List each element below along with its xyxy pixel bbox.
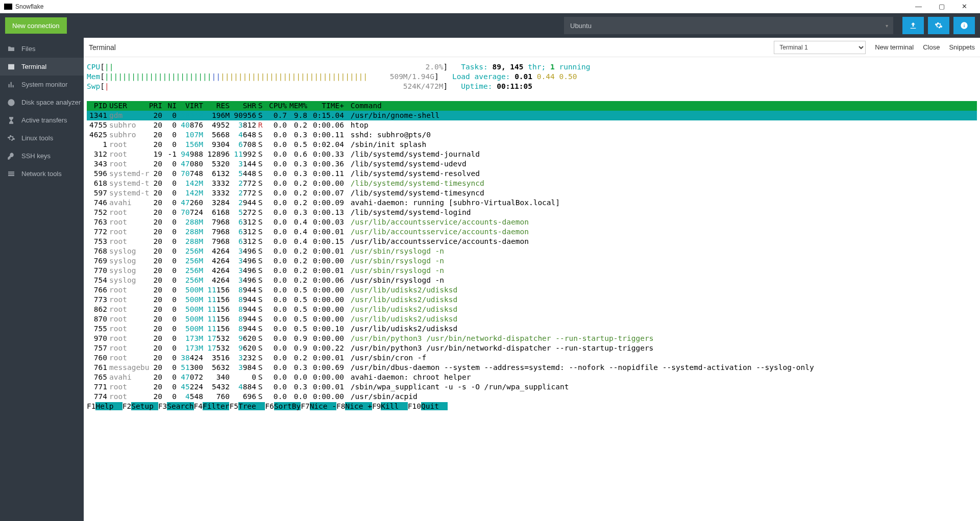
- sidebar-item-linux-tools[interactable]: Linux tools: [0, 129, 84, 147]
- sidebar-item-disk-space-analyzer[interactable]: Disk space analyzer: [0, 93, 84, 111]
- stack-icon: [7, 170, 15, 178]
- sidebar-item-network-tools[interactable]: Network tools: [0, 165, 84, 183]
- sidebar-item-label: Active transfers: [21, 116, 67, 124]
- sidebar-item-active-transfers[interactable]: Active transfers: [0, 111, 84, 129]
- sidebar-item-label: System monitor: [21, 81, 67, 88]
- pie-icon: [7, 98, 15, 107]
- settings-button[interactable]: [928, 17, 949, 34]
- key-icon: [7, 152, 15, 160]
- chart-icon: [7, 81, 15, 89]
- page-title: Terminal: [89, 43, 116, 52]
- content-pane: Terminal Terminal 1 New terminal Close S…: [84, 38, 980, 521]
- top-toolbar: New connection Ubuntu ▾: [0, 13, 980, 38]
- folder-icon: [7, 45, 15, 53]
- sidebar-item-label: Network tools: [21, 170, 62, 178]
- new-connection-button[interactable]: New connection: [5, 17, 67, 34]
- upload-button[interactable]: [902, 17, 924, 34]
- sidebar-item-label: Linux tools: [21, 134, 53, 142]
- terminal-output[interactable]: CPU[|| 2.0%] Tasks: 89, 145 thr; 1 runni…: [84, 57, 980, 521]
- title-bar: Snowflake — ▢ ✕: [0, 0, 980, 13]
- sidebar-item-terminal[interactable]: Terminal: [0, 58, 84, 76]
- sidebar-item-files[interactable]: Files: [0, 40, 84, 58]
- terminal-selector[interactable]: Terminal 1: [774, 41, 866, 54]
- server-dropdown[interactable]: Ubuntu ▾: [564, 17, 893, 34]
- chevron-down-icon: ▾: [886, 23, 888, 29]
- close-button[interactable]: ✕: [953, 0, 976, 13]
- window-title: Snowflake: [15, 3, 43, 10]
- content-header: Terminal Terminal 1 New terminal Close S…: [84, 38, 980, 57]
- sidebar-item-label: Files: [21, 45, 35, 53]
- server-dropdown-label: Ubuntu: [570, 22, 592, 30]
- terminal-icon: [7, 63, 15, 71]
- close-terminal-link[interactable]: Close: [923, 43, 940, 51]
- info-button[interactable]: [953, 17, 975, 34]
- app-icon: [4, 4, 12, 10]
- sidebar-item-system-monitor[interactable]: System monitor: [0, 76, 84, 93]
- gear-icon: [7, 134, 15, 142]
- sidebar-item-label: Terminal: [21, 63, 46, 70]
- sidebar: FilesTerminalSystem monitorDisk space an…: [0, 38, 84, 521]
- sidebar-item-ssh-keys[interactable]: SSH keys: [0, 147, 84, 165]
- minimize-button[interactable]: —: [907, 0, 930, 13]
- new-terminal-link[interactable]: New terminal: [875, 43, 914, 51]
- snippets-link[interactable]: Snippets: [949, 43, 975, 51]
- sidebar-item-label: Disk space analyzer: [21, 98, 81, 106]
- hourglass-icon: [7, 116, 15, 125]
- sidebar-item-label: SSH keys: [21, 152, 51, 160]
- maximize-button[interactable]: ▢: [930, 0, 953, 13]
